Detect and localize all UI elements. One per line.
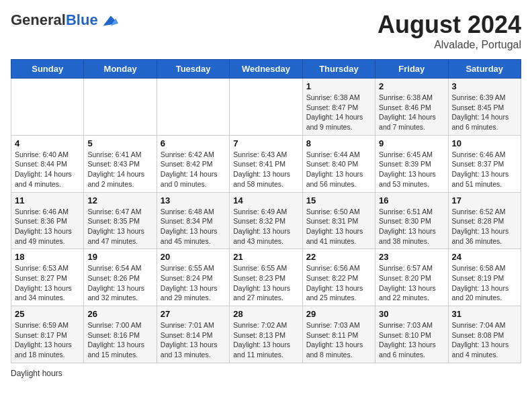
day-number: 27 bbox=[161, 309, 226, 319]
location-title: Alvalade, Portugal bbox=[378, 39, 521, 51]
calendar-cell: 21Sunrise: 6:55 AM Sunset: 8:23 PM Dayli… bbox=[230, 249, 302, 306]
calendar-cell: 18Sunrise: 6:53 AM Sunset: 8:27 PM Dayli… bbox=[11, 249, 84, 306]
calendar-cell bbox=[230, 79, 302, 136]
calendar-cell: 6Sunrise: 6:42 AM Sunset: 8:42 PM Daylig… bbox=[157, 135, 229, 192]
week-row-2: 4Sunrise: 6:40 AM Sunset: 8:44 PM Daylig… bbox=[11, 135, 521, 192]
calendar-body: 1Sunrise: 6:38 AM Sunset: 8:47 PM Daylig… bbox=[11, 79, 521, 363]
day-number: 25 bbox=[15, 309, 80, 319]
day-number: 30 bbox=[379, 309, 444, 319]
day-info: Sunrise: 6:53 AM Sunset: 8:27 PM Dayligh… bbox=[15, 263, 80, 303]
day-info: Sunrise: 6:40 AM Sunset: 8:44 PM Dayligh… bbox=[15, 150, 80, 189]
day-number: 14 bbox=[233, 195, 298, 205]
day-info: Sunrise: 6:38 AM Sunset: 8:47 PM Dayligh… bbox=[306, 93, 371, 132]
day-info: Sunrise: 6:50 AM Sunset: 8:31 PM Dayligh… bbox=[306, 207, 371, 246]
weekday-header-tuesday: Tuesday bbox=[157, 60, 229, 79]
week-row-4: 18Sunrise: 6:53 AM Sunset: 8:27 PM Dayli… bbox=[11, 249, 521, 306]
day-number: 23 bbox=[379, 252, 444, 262]
weekday-header-row: SundayMondayTuesdayWednesdayThursdayFrid… bbox=[11, 60, 521, 79]
calendar-cell: 5Sunrise: 6:41 AM Sunset: 8:43 PM Daylig… bbox=[84, 135, 157, 192]
calendar-cell: 13Sunrise: 6:48 AM Sunset: 8:34 PM Dayli… bbox=[157, 192, 229, 249]
calendar-cell: 4Sunrise: 6:40 AM Sunset: 8:44 PM Daylig… bbox=[11, 135, 84, 192]
logo: GeneralBlue bbox=[11, 11, 118, 30]
day-number: 16 bbox=[379, 195, 444, 205]
day-info: Sunrise: 6:59 AM Sunset: 8:17 PM Dayligh… bbox=[15, 320, 80, 360]
day-number: 6 bbox=[161, 138, 226, 148]
calendar-cell: 1Sunrise: 6:38 AM Sunset: 8:47 PM Daylig… bbox=[302, 79, 375, 136]
day-info: Sunrise: 7:02 AM Sunset: 8:13 PM Dayligh… bbox=[233, 320, 298, 360]
day-number: 8 bbox=[306, 138, 371, 148]
weekday-header-sunday: Sunday bbox=[11, 60, 84, 79]
calendar-cell: 25Sunrise: 6:59 AM Sunset: 8:17 PM Dayli… bbox=[11, 306, 84, 363]
page-header: GeneralBlue August 2024 Alvalade, Portug… bbox=[11, 11, 521, 51]
day-info: Sunrise: 7:03 AM Sunset: 8:10 PM Dayligh… bbox=[379, 320, 444, 360]
calendar-cell: 26Sunrise: 7:00 AM Sunset: 8:16 PM Dayli… bbox=[84, 306, 157, 363]
day-info: Sunrise: 6:42 AM Sunset: 8:42 PM Dayligh… bbox=[161, 150, 226, 189]
footer-note: Daylight hours bbox=[11, 369, 521, 378]
day-info: Sunrise: 7:00 AM Sunset: 8:16 PM Dayligh… bbox=[87, 320, 152, 360]
day-number: 17 bbox=[452, 195, 517, 205]
day-info: Sunrise: 7:01 AM Sunset: 8:14 PM Dayligh… bbox=[161, 320, 226, 360]
day-number: 24 bbox=[452, 252, 517, 262]
logo-icon bbox=[99, 11, 118, 30]
day-number: 15 bbox=[306, 195, 371, 205]
day-info: Sunrise: 7:03 AM Sunset: 8:11 PM Dayligh… bbox=[306, 320, 371, 360]
calendar-header: SundayMondayTuesdayWednesdayThursdayFrid… bbox=[11, 60, 521, 79]
calendar-cell: 24Sunrise: 6:58 AM Sunset: 8:19 PM Dayli… bbox=[448, 249, 521, 306]
day-info: Sunrise: 6:58 AM Sunset: 8:19 PM Dayligh… bbox=[452, 263, 517, 303]
day-number: 5 bbox=[87, 138, 152, 148]
day-info: Sunrise: 6:43 AM Sunset: 8:41 PM Dayligh… bbox=[233, 150, 298, 189]
day-info: Sunrise: 6:56 AM Sunset: 8:22 PM Dayligh… bbox=[306, 263, 371, 303]
day-info: Sunrise: 6:47 AM Sunset: 8:35 PM Dayligh… bbox=[87, 207, 152, 246]
day-number: 31 bbox=[452, 309, 517, 319]
day-number: 4 bbox=[15, 138, 80, 148]
title-block: August 2024 Alvalade, Portugal bbox=[378, 11, 521, 51]
day-number: 10 bbox=[452, 138, 517, 148]
weekday-header-friday: Friday bbox=[375, 60, 448, 79]
logo-blue-text: Blue bbox=[66, 11, 98, 28]
day-number: 9 bbox=[379, 138, 444, 148]
day-info: Sunrise: 6:44 AM Sunset: 8:40 PM Dayligh… bbox=[306, 150, 371, 189]
day-number: 13 bbox=[161, 195, 226, 205]
calendar-cell: 30Sunrise: 7:03 AM Sunset: 8:10 PM Dayli… bbox=[375, 306, 448, 363]
day-info: Sunrise: 6:45 AM Sunset: 8:39 PM Dayligh… bbox=[379, 150, 444, 189]
day-info: Sunrise: 6:57 AM Sunset: 8:20 PM Dayligh… bbox=[379, 263, 444, 303]
day-number: 28 bbox=[233, 309, 298, 319]
day-number: 26 bbox=[87, 309, 152, 319]
day-number: 29 bbox=[306, 309, 371, 319]
day-info: Sunrise: 6:41 AM Sunset: 8:43 PM Dayligh… bbox=[87, 150, 152, 189]
calendar-cell: 15Sunrise: 6:50 AM Sunset: 8:31 PM Dayli… bbox=[302, 192, 375, 249]
day-number: 18 bbox=[15, 252, 80, 262]
calendar-table: SundayMondayTuesdayWednesdayThursdayFrid… bbox=[11, 59, 521, 363]
calendar-cell: 27Sunrise: 7:01 AM Sunset: 8:14 PM Dayli… bbox=[157, 306, 229, 363]
calendar-cell bbox=[84, 79, 157, 136]
daylight-label: Daylight hours bbox=[11, 369, 62, 378]
logo-general-text: General bbox=[11, 11, 66, 28]
month-title: August 2024 bbox=[378, 11, 521, 39]
calendar-cell: 16Sunrise: 6:51 AM Sunset: 8:30 PM Dayli… bbox=[375, 192, 448, 249]
calendar-cell: 17Sunrise: 6:52 AM Sunset: 8:28 PM Dayli… bbox=[448, 192, 521, 249]
calendar-cell: 8Sunrise: 6:44 AM Sunset: 8:40 PM Daylig… bbox=[302, 135, 375, 192]
day-info: Sunrise: 6:49 AM Sunset: 8:32 PM Dayligh… bbox=[233, 207, 298, 246]
day-number: 21 bbox=[233, 252, 298, 262]
weekday-header-saturday: Saturday bbox=[448, 60, 521, 79]
calendar-cell: 23Sunrise: 6:57 AM Sunset: 8:20 PM Dayli… bbox=[375, 249, 448, 306]
day-number: 2 bbox=[379, 81, 444, 91]
calendar-cell: 28Sunrise: 7:02 AM Sunset: 8:13 PM Dayli… bbox=[230, 306, 302, 363]
day-info: Sunrise: 7:04 AM Sunset: 8:08 PM Dayligh… bbox=[452, 320, 517, 360]
week-row-3: 11Sunrise: 6:46 AM Sunset: 8:36 PM Dayli… bbox=[11, 192, 521, 249]
day-number: 20 bbox=[161, 252, 226, 262]
weekday-header-monday: Monday bbox=[84, 60, 157, 79]
day-number: 19 bbox=[87, 252, 152, 262]
calendar-cell: 14Sunrise: 6:49 AM Sunset: 8:32 PM Dayli… bbox=[230, 192, 302, 249]
calendar-cell: 20Sunrise: 6:55 AM Sunset: 8:24 PM Dayli… bbox=[157, 249, 229, 306]
calendar-cell: 12Sunrise: 6:47 AM Sunset: 8:35 PM Dayli… bbox=[84, 192, 157, 249]
calendar-cell bbox=[157, 79, 229, 136]
day-number: 1 bbox=[306, 81, 371, 91]
day-info: Sunrise: 6:46 AM Sunset: 8:37 PM Dayligh… bbox=[452, 150, 517, 189]
day-info: Sunrise: 6:39 AM Sunset: 8:45 PM Dayligh… bbox=[452, 93, 517, 132]
calendar-cell: 19Sunrise: 6:54 AM Sunset: 8:26 PM Dayli… bbox=[84, 249, 157, 306]
week-row-1: 1Sunrise: 6:38 AM Sunset: 8:47 PM Daylig… bbox=[11, 79, 521, 136]
calendar-cell: 9Sunrise: 6:45 AM Sunset: 8:39 PM Daylig… bbox=[375, 135, 448, 192]
day-info: Sunrise: 6:46 AM Sunset: 8:36 PM Dayligh… bbox=[15, 207, 80, 246]
calendar-cell: 29Sunrise: 7:03 AM Sunset: 8:11 PM Dayli… bbox=[302, 306, 375, 363]
